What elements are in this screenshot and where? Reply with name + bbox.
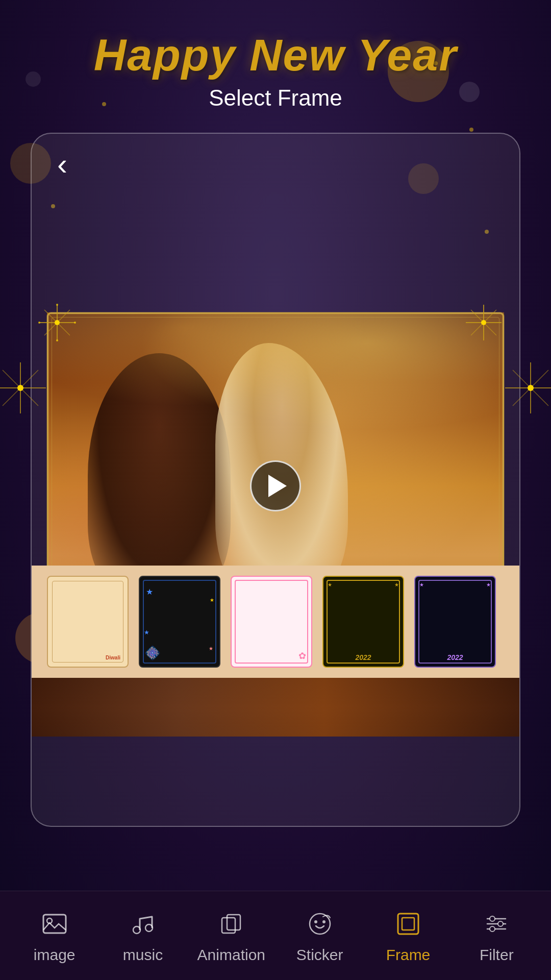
flower-icon-3: ✿ [298,650,306,662]
gold-star-1: ★ [328,582,332,587]
play-button[interactable] [250,460,301,511]
frame-thumb-3[interactable]: ✿ [231,576,312,668]
bottom-navigation: image music Animation [0,891,551,980]
star-1: ★ [146,587,153,597]
frame1-text: Diwali [106,655,120,660]
purple-star-1: ★ [419,582,424,587]
star-4: ★ [209,646,213,651]
svg-point-40 [490,926,495,932]
nav-item-image[interactable]: image [10,908,98,964]
main-card: ‹ [31,133,520,827]
svg-point-30 [310,914,330,934]
nav-label-music: music [123,946,163,964]
svg-point-39 [498,921,503,926]
svg-point-38 [490,916,495,921]
frame4-year-text: 2022 [355,653,371,662]
star-2: ★ [210,597,214,603]
music-icon [127,908,159,940]
svg-point-32 [322,920,325,923]
purple-star-2: ★ [486,582,491,587]
svg-rect-28 [222,918,235,933]
image-icon [38,908,71,940]
svg-point-7 [38,322,40,324]
star-3: ★ [144,629,149,636]
frame-inner-3 [235,580,308,664]
svg-rect-24 [43,915,66,933]
svg-point-31 [314,920,317,923]
nav-item-animation[interactable]: Animation [187,908,276,964]
nav-label-sticker: Sticker [296,946,343,964]
frame-thumb-4[interactable]: ★ ★ 2022 [322,576,404,668]
nav-item-music[interactable]: music [98,908,187,964]
play-icon [268,475,287,497]
nav-label-image: image [34,946,76,964]
frame-icon [392,908,424,940]
filter-icon [480,908,513,940]
frame-thumb-2[interactable]: ★ ★ ★ ★ 🎆 [139,576,220,668]
frame-thumb-1[interactable]: Diwali [47,576,129,668]
svg-point-5 [56,304,58,306]
header: Happy New Year Select Frame [0,31,551,111]
frame5-year-text: 2022 [447,653,463,662]
nav-item-sticker[interactable]: Sticker [276,908,364,964]
frame-inner-4 [327,580,400,664]
nav-item-filter[interactable]: Filter [453,908,541,964]
app-title: Happy New Year [0,31,551,80]
frames-strip: Diwali ★ ★ ★ ★ 🎆 ✿ ★ ★ 2022 [32,566,519,678]
frame-inner-5 [418,580,492,664]
animation-icon [215,908,247,940]
sticker-icon [304,908,336,940]
svg-rect-29 [227,915,240,930]
gold-star-2: ★ [394,582,399,587]
nav-item-frame[interactable]: Frame [364,908,452,964]
svg-rect-33 [398,914,418,934]
svg-rect-34 [402,918,414,930]
bottom-preview-strip [32,678,519,737]
frame-inner-1 [52,581,123,663]
frame-thumb-5[interactable]: ★ ★ 2022 [414,576,496,668]
chevron-left-icon: ‹ [57,149,67,180]
nav-label-frame: Frame [386,946,431,964]
select-frame-subtitle: Select Frame [0,85,551,111]
nav-label-animation: Animation [197,946,265,964]
nav-label-filter: Filter [480,946,514,964]
back-button[interactable]: ‹ [42,144,83,185]
